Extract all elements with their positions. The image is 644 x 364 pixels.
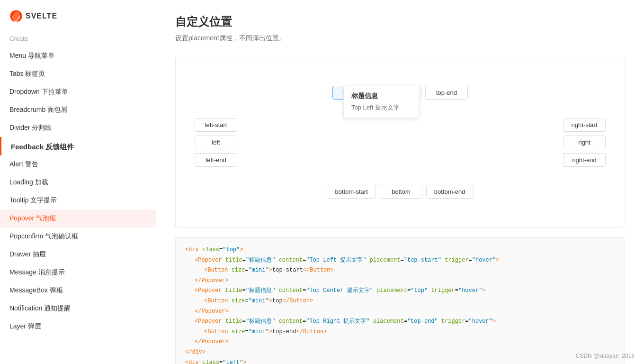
page-title: 自定义位置 <box>175 14 625 29</box>
code-line-3: <Button size="mini">top-start</Button> <box>185 265 615 276</box>
popover-title: 标题信息 <box>351 92 411 100</box>
code-line-9: <Button size="mini">top-end</Button> <box>185 327 615 337</box>
sidebar: SVELTE Create Menu 导航菜单 Tabs 标签页 Dropdow… <box>0 0 156 364</box>
code-line-11: </div> <box>185 347 615 358</box>
sidebar-item-create[interactable]: Create <box>0 30 156 47</box>
sidebar-item-divider[interactable]: Divider 分割线 <box>0 119 156 137</box>
code-line-5: <Popover title="标题信息" content="Top Cente… <box>185 286 615 296</box>
sidebar-item-menu[interactable]: Menu 导航菜单 <box>0 47 156 65</box>
sidebar-item-messagebox[interactable]: MessageBox 弹框 <box>0 282 156 300</box>
btn-right[interactable]: right <box>563 136 606 149</box>
logo-text: SVELTE <box>26 12 57 20</box>
btn-top-end[interactable]: top-end <box>425 86 468 100</box>
page-desc: 设置placement属性，不同弹出位置。 <box>175 34 625 43</box>
sidebar-item-message[interactable]: Message 消息提示 <box>0 264 156 282</box>
svelte-logo <box>9 9 23 23</box>
code-line-10: </Popover> <box>185 337 615 347</box>
middle-section: left-start left left-end right-start rig… <box>195 118 606 167</box>
bottom-buttons-row: bottom-start bottom bottom-end <box>327 185 473 199</box>
sidebar-item-tooltip[interactable]: Tooltip 文字提示 <box>0 191 156 209</box>
sidebar-item-tabs[interactable]: Tabs 标签页 <box>0 65 156 83</box>
code-section: <div class="top"> <Popover title="标题信息" … <box>175 237 625 364</box>
code-line-8: <Popover title="标题信息" content="Top Right… <box>185 317 615 327</box>
sidebar-item-layer[interactable]: Layer 弹层 <box>0 318 156 336</box>
left-buttons-col: left-start left left-end <box>195 118 237 167</box>
code-line-7: </Popover> <box>185 307 615 317</box>
sidebar-item-dropdown[interactable]: Dropdown 下拉菜单 <box>0 83 156 101</box>
btn-left-start[interactable]: left-start <box>195 118 237 132</box>
sidebar-item-notification[interactable]: Notification 通知提醒 <box>0 300 156 318</box>
sidebar-item-drawer[interactable]: Drawer 抽屉 <box>0 246 156 264</box>
sidebar-item-popover[interactable]: Popover 气泡框 <box>0 209 156 228</box>
code-line-2: <Popover title="标题信息" content="Top Left … <box>185 255 615 266</box>
right-buttons-col: right-start right right-end <box>563 118 606 167</box>
popover-content: Top Left 提示文字 <box>351 103 411 112</box>
popover-tooltip: 标题信息 Top Left 提示文字 <box>343 86 419 118</box>
btn-right-start[interactable]: right-start <box>563 118 606 132</box>
sidebar-item-loading[interactable]: Loading 加载 <box>0 173 156 191</box>
sidebar-item-alert[interactable]: Alert 警告 <box>0 155 156 173</box>
watermark: CSDN @xiaoyan_2018 <box>576 353 635 359</box>
sidebar-item-popconfirm[interactable]: Popconfirm 气泡确认框 <box>0 228 156 246</box>
logo: SVELTE <box>0 5 156 30</box>
sidebar-item-breadcrumb[interactable]: Breadcrumb 面包屑 <box>0 101 156 119</box>
btn-right-end[interactable]: right-end <box>563 153 606 167</box>
btn-bottom-start[interactable]: bottom-start <box>327 185 376 199</box>
demo-area: 标题信息 Top Left 提示文字 top-start top top-end… <box>175 57 625 228</box>
feedback-section-title: Feedback 反馈组件 <box>0 137 156 155</box>
code-line-12: <div class="left"> <box>185 358 615 364</box>
btn-left[interactable]: left <box>195 136 237 149</box>
code-line-1: <div class="top"> <box>185 245 615 255</box>
code-line-6: <Button size="mini">top</Button> <box>185 296 615 307</box>
btn-bottom[interactable]: bottom <box>380 185 422 199</box>
main-content: 自定义位置 设置placement属性，不同弹出位置。 标题信息 Top Lef… <box>156 0 644 364</box>
code-line-4: </Popover> <box>185 276 615 286</box>
btn-bottom-end[interactable]: bottom-end <box>426 185 474 199</box>
btn-left-end[interactable]: left-end <box>195 153 237 167</box>
